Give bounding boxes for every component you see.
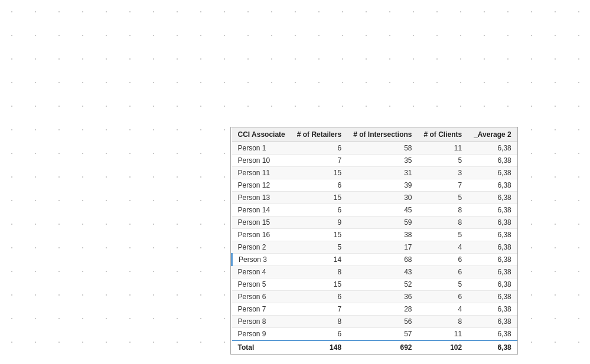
cell-average: 6,38	[468, 254, 517, 266]
table-row: Person 7 7 28 4 6,38	[232, 303, 517, 316]
total-clients: 102	[418, 340, 468, 354]
cell-intersections: 58	[347, 142, 418, 155]
cell-average: 6,38	[468, 291, 517, 303]
table-row: Person 5 15 52 5 6,38	[232, 278, 517, 291]
cell-intersections: 45	[347, 204, 418, 217]
cell-name: Person 15	[232, 217, 291, 229]
table-row: Person 2 5 17 4 6,38	[232, 241, 517, 254]
cell-intersections: 68	[347, 254, 418, 266]
cell-retailers: 15	[291, 167, 347, 179]
cell-retailers: 6	[291, 142, 347, 155]
cell-intersections: 39	[347, 179, 418, 192]
cell-average: 6,38	[468, 204, 517, 217]
total-label: Total	[232, 340, 291, 354]
cell-intersections: 43	[347, 266, 418, 278]
cell-clients: 4	[418, 303, 468, 316]
cell-average: 6,38	[468, 179, 517, 192]
cell-intersections: 31	[347, 167, 418, 179]
header-average: _Average 2	[468, 127, 517, 142]
cell-retailers: 6	[291, 179, 347, 192]
table-body: Person 1 6 58 11 6,38 Person 10 7 35 5 6…	[232, 142, 517, 341]
cell-name: Person 4	[232, 266, 291, 278]
header-retailers: # of Retailers	[291, 127, 347, 142]
cell-name: Person 8	[232, 316, 291, 328]
cell-average: 6,38	[468, 167, 517, 179]
cell-name: Person 12	[232, 179, 291, 192]
cell-name: Person 14	[232, 204, 291, 217]
cell-name: Person 3	[232, 254, 291, 266]
cell-retailers: 14	[291, 254, 347, 266]
cell-clients: 6	[418, 291, 468, 303]
data-table: CCI Associate # of Retailers # of Inters…	[231, 127, 517, 354]
header-intersections: # of Intersections	[347, 127, 418, 142]
cell-clients: 5	[418, 278, 468, 291]
header-cci-associate: CCI Associate	[232, 127, 291, 142]
cell-average: 6,38	[468, 328, 517, 341]
cell-average: 6,38	[468, 217, 517, 229]
cell-clients: 5	[418, 229, 468, 241]
table-row: Person 15 9 59 8 6,38	[232, 217, 517, 229]
table-row: Person 1 6 58 11 6,38	[232, 142, 517, 155]
cell-name: Person 6	[232, 291, 291, 303]
cell-clients: 8	[418, 204, 468, 217]
table-row: Person 11 15 31 3 6,38	[232, 167, 517, 179]
cell-intersections: 36	[347, 291, 418, 303]
table-row: Person 16 15 38 5 6,38	[232, 229, 517, 241]
table-row: Person 8 8 56 8 6,38	[232, 316, 517, 328]
cell-intersections: 52	[347, 278, 418, 291]
cell-retailers: 15	[291, 192, 347, 204]
cell-intersections: 30	[347, 192, 418, 204]
total-intersections: 692	[347, 340, 418, 354]
cell-intersections: 35	[347, 155, 418, 167]
table-row: Person 4 8 43 6 6,38	[232, 266, 517, 278]
table-row: Person 12 6 39 7 6,38	[232, 179, 517, 192]
data-table-container: CCI Associate # of Retailers # of Inters…	[230, 127, 518, 355]
cell-intersections: 17	[347, 241, 418, 254]
cell-clients: 8	[418, 217, 468, 229]
table-row: Person 6 6 36 6 6,38	[232, 291, 517, 303]
cell-average: 6,38	[468, 155, 517, 167]
cell-retailers: 8	[291, 266, 347, 278]
cell-average: 6,38	[468, 192, 517, 204]
cell-average: 6,38	[468, 266, 517, 278]
cell-retailers: 15	[291, 278, 347, 291]
cell-clients: 11	[418, 328, 468, 341]
cell-name: Person 16	[232, 229, 291, 241]
cell-average: 6,38	[468, 142, 517, 155]
cell-intersections: 57	[347, 328, 418, 341]
cell-clients: 6	[418, 254, 468, 266]
cell-clients: 11	[418, 142, 468, 155]
cell-name: Person 13	[232, 192, 291, 204]
table-row: Person 13 15 30 5 6,38	[232, 192, 517, 204]
cell-name: Person 11	[232, 167, 291, 179]
cell-clients: 3	[418, 167, 468, 179]
cell-clients: 5	[418, 155, 468, 167]
cell-name: Person 9	[232, 328, 291, 341]
cell-clients: 6	[418, 266, 468, 278]
cell-name: Person 2	[232, 241, 291, 254]
total-average: 6,38	[468, 340, 517, 354]
cell-name: Person 10	[232, 155, 291, 167]
cell-name: Person 1	[232, 142, 291, 155]
cell-retailers: 6	[291, 328, 347, 341]
cell-clients: 4	[418, 241, 468, 254]
table-header-row: CCI Associate # of Retailers # of Inters…	[232, 127, 517, 142]
cell-retailers: 7	[291, 303, 347, 316]
cell-average: 6,38	[468, 241, 517, 254]
cell-average: 6,38	[468, 229, 517, 241]
cell-intersections: 28	[347, 303, 418, 316]
cell-retailers: 5	[291, 241, 347, 254]
cell-retailers: 6	[291, 291, 347, 303]
table-total-row: Total 148 692 102 6,38	[232, 340, 517, 354]
table-row: Person 3 14 68 6 6,38	[232, 254, 517, 266]
cell-retailers: 8	[291, 316, 347, 328]
cell-retailers: 7	[291, 155, 347, 167]
cell-retailers: 9	[291, 217, 347, 229]
cell-clients: 5	[418, 192, 468, 204]
cell-intersections: 56	[347, 316, 418, 328]
table-row: Person 14 6 45 8 6,38	[232, 204, 517, 217]
cell-retailers: 6	[291, 204, 347, 217]
cell-name: Person 7	[232, 303, 291, 316]
header-clients: # of Clients	[418, 127, 468, 142]
total-retailers: 148	[291, 340, 347, 354]
